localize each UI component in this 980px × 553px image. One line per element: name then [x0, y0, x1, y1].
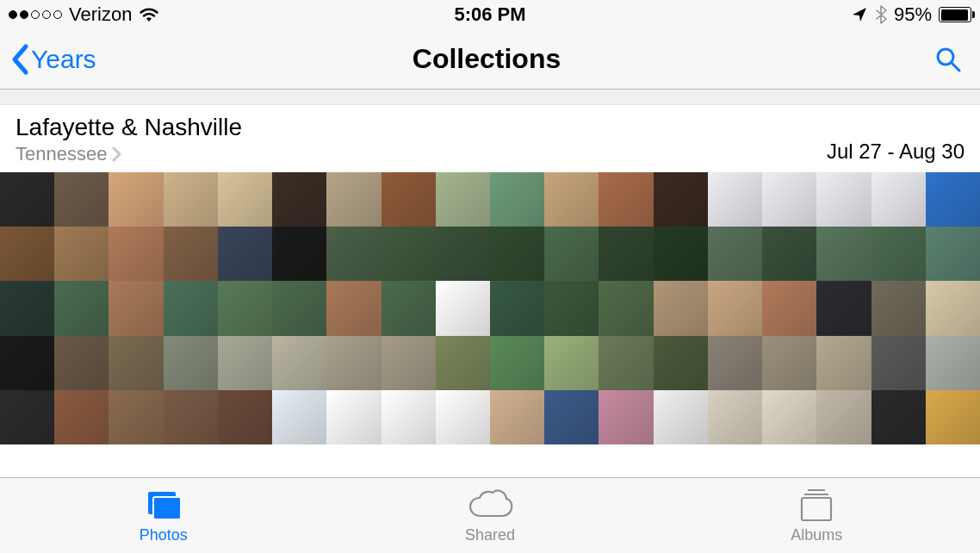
photo-thumbnail[interactable] [0, 390, 54, 444]
photo-thumbnail[interactable] [544, 281, 599, 335]
photo-thumbnail[interactable] [926, 336, 980, 390]
photo-thumbnail[interactable] [326, 336, 381, 390]
photo-thumbnail[interactable] [381, 227, 436, 281]
photo-thumbnail[interactable] [762, 281, 816, 335]
photo-thumbnail[interactable] [326, 390, 381, 444]
photo-thumbnail[interactable] [654, 281, 708, 335]
photo-thumbnail[interactable] [164, 281, 218, 335]
photo-thumbnail[interactable] [436, 281, 490, 335]
photo-thumbnail[interactable] [654, 227, 708, 281]
photo-thumbnail[interactable] [871, 227, 926, 281]
photo-thumbnail[interactable] [762, 227, 816, 281]
photo-thumbnail[interactable] [599, 227, 653, 281]
photo-thumbnail[interactable] [164, 390, 218, 444]
photo-thumbnail[interactable] [326, 227, 381, 281]
photo-thumbnail[interactable] [708, 172, 762, 227]
photo-thumbnail[interactable] [109, 390, 163, 444]
photo-thumbnail[interactable] [708, 336, 762, 390]
tab-label: Shared [465, 526, 515, 544]
photo-thumbnail[interactable] [544, 172, 599, 227]
photo-thumbnail[interactable] [54, 390, 109, 444]
photo-thumbnail[interactable] [599, 336, 653, 390]
photo-thumbnail[interactable] [0, 281, 54, 335]
photo-thumbnail[interactable] [54, 281, 109, 335]
photo-thumbnail[interactable] [762, 336, 816, 390]
photo-thumbnail[interactable] [272, 390, 326, 444]
photo-thumbnail[interactable] [871, 390, 926, 444]
photo-thumbnail[interactable] [871, 336, 926, 390]
photo-thumbnail[interactable] [816, 227, 871, 281]
photo-thumbnail[interactable] [490, 281, 544, 335]
photo-thumbnail[interactable] [599, 390, 653, 444]
photo-thumbnail[interactable] [164, 227, 218, 281]
photo-thumbnail[interactable] [654, 390, 708, 444]
tab-photos[interactable]: Photos [0, 478, 326, 553]
photo-thumbnail[interactable] [871, 172, 926, 227]
photo-thumbnail[interactable] [926, 390, 980, 444]
photo-thumbnail[interactable] [272, 227, 326, 281]
photo-thumbnail[interactable] [436, 336, 490, 390]
photo-thumbnail[interactable] [436, 227, 490, 281]
photo-thumbnail[interactable] [654, 336, 708, 390]
photo-thumbnail[interactable] [0, 336, 54, 390]
photo-thumbnail[interactable] [490, 227, 544, 281]
photo-thumbnail[interactable] [326, 172, 381, 227]
photo-thumbnail[interactable] [544, 390, 599, 444]
photo-thumbnail[interactable] [490, 172, 544, 227]
photo-thumbnail[interactable] [218, 172, 272, 227]
photo-thumbnail[interactable] [816, 336, 871, 390]
photo-thumbnail[interactable] [54, 227, 109, 281]
photo-thumbnail[interactable] [436, 172, 490, 227]
photo-thumbnail[interactable] [926, 227, 980, 281]
svg-rect-6 [802, 498, 831, 520]
photo-thumbnail[interactable] [218, 336, 272, 390]
photo-thumbnail[interactable] [0, 227, 54, 281]
photo-thumbnail[interactable] [490, 390, 544, 444]
photo-thumbnail[interactable] [54, 336, 109, 390]
photo-thumbnail[interactable] [109, 227, 163, 281]
photo-thumbnail[interactable] [109, 336, 163, 390]
photo-thumbnail[interactable] [708, 281, 762, 335]
photo-thumbnail[interactable] [109, 172, 163, 227]
photo-thumbnail[interactable] [926, 281, 980, 335]
photo-thumbnail[interactable] [381, 281, 436, 335]
photo-thumbnail[interactable] [816, 172, 871, 227]
photo-thumbnail[interactable] [272, 281, 326, 335]
back-button[interactable]: Years [10, 43, 328, 76]
photo-thumbnail[interactable] [272, 336, 326, 390]
photo-thumbnail[interactable] [54, 172, 109, 227]
photo-thumbnail[interactable] [490, 336, 544, 390]
photo-thumbnail[interactable] [381, 336, 436, 390]
photo-thumbnail[interactable] [708, 227, 762, 281]
photo-thumbnail[interactable] [381, 390, 436, 444]
photo-thumbnail[interactable] [218, 281, 272, 335]
photo-thumbnail[interactable] [164, 336, 218, 390]
photo-thumbnail[interactable] [218, 227, 272, 281]
photo-thumbnail[interactable] [599, 172, 653, 227]
photo-thumbnail[interactable] [326, 281, 381, 335]
photo-thumbnail[interactable] [654, 172, 708, 227]
photo-thumbnail[interactable] [871, 281, 926, 335]
photo-thumbnail[interactable] [381, 172, 436, 227]
photo-thumbnail[interactable] [164, 172, 218, 227]
signal-strength-icon [9, 10, 62, 19]
collection-header[interactable]: Lafayette & Nashville Tennessee Jul 27 -… [0, 105, 980, 172]
photo-thumbnail[interactable] [272, 172, 326, 227]
photo-thumbnail[interactable] [0, 172, 54, 227]
photo-thumbnail[interactable] [544, 336, 599, 390]
photo-thumbnail[interactable] [926, 172, 980, 227]
tab-albums[interactable]: Albums [654, 478, 980, 553]
search-button[interactable] [933, 45, 963, 74]
photo-thumbnail[interactable] [109, 281, 163, 335]
photo-thumbnail[interactable] [436, 390, 490, 444]
chevron-right-icon [112, 146, 122, 162]
photo-thumbnail[interactable] [708, 390, 762, 444]
photo-thumbnail[interactable] [544, 227, 599, 281]
photo-thumbnail[interactable] [218, 390, 272, 444]
photo-thumbnail[interactable] [762, 172, 816, 227]
tab-shared[interactable]: Shared [326, 478, 653, 553]
photo-thumbnail[interactable] [816, 281, 871, 335]
photo-thumbnail[interactable] [599, 281, 653, 335]
photo-thumbnail[interactable] [816, 390, 871, 444]
photo-thumbnail[interactable] [762, 390, 816, 444]
